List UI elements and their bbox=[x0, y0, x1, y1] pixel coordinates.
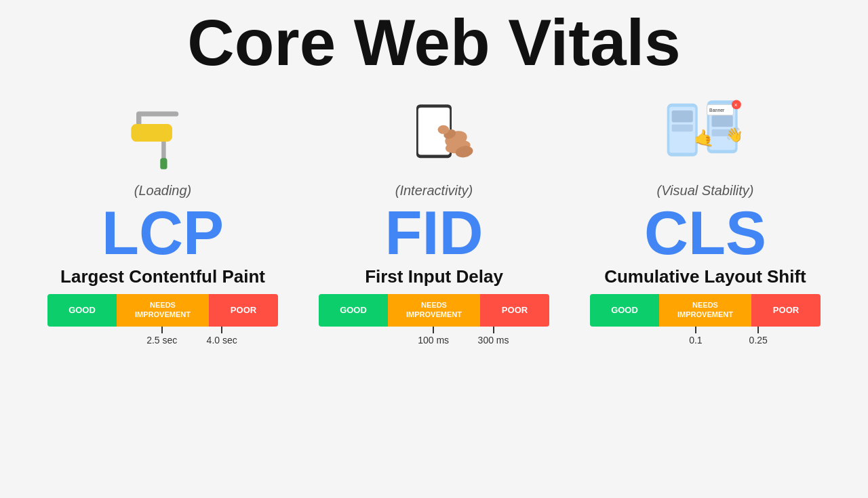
lcp-scale: GOOD NEEDSIMPROVEMENT POOR 2.5 sec 4.0 s… bbox=[47, 294, 278, 347]
fid-acronym: FID bbox=[385, 203, 484, 264]
fid-markers: 100 ms 300 ms bbox=[319, 327, 549, 347]
cls-marker1: 0.1 bbox=[689, 327, 702, 346]
metric-card-cls: Banner × 🤙 👋 (Visual Stability) CLS Cumu… bbox=[570, 85, 841, 347]
lcp-icon bbox=[119, 85, 207, 180]
fid-marker1: 100 ms bbox=[418, 327, 449, 346]
svg-text:👋: 👋 bbox=[726, 126, 743, 144]
cls-needs: NEEDSIMPROVEMENT bbox=[659, 294, 751, 327]
cls-marker2: 0.25 bbox=[749, 327, 768, 346]
metrics-container: (Loading) LCP Largest Contentful Paint G… bbox=[0, 85, 868, 347]
cls-name: Cumulative Layout Shift bbox=[604, 266, 806, 287]
svg-text:🤙: 🤙 bbox=[694, 127, 715, 148]
metric-card-fid: (Interactivity) FID First Input Delay GO… bbox=[298, 85, 570, 347]
lcp-needs: NEEDSIMPROVEMENT bbox=[117, 294, 209, 327]
svg-rect-19 bbox=[712, 115, 733, 127]
lcp-marker1: 2.5 sec bbox=[146, 327, 177, 346]
lcp-marker2: 4.0 sec bbox=[207, 327, 237, 346]
page-title: Core Web Vitals bbox=[187, 7, 680, 79]
svg-rect-5 bbox=[160, 158, 167, 169]
lcp-good: GOOD bbox=[47, 294, 117, 327]
svg-rect-1 bbox=[138, 111, 178, 116]
fid-needs: NEEDSIMPROVEMENT bbox=[388, 294, 480, 327]
lcp-name: Largest Contentful Paint bbox=[60, 266, 265, 287]
svg-rect-15 bbox=[672, 110, 693, 122]
svg-rect-16 bbox=[672, 124, 693, 131]
lcp-poor: POOR bbox=[209, 294, 278, 327]
fid-scale: GOOD NEEDSIMPROVEMENT POOR 100 ms 300 ms bbox=[319, 294, 549, 347]
fid-icon bbox=[390, 85, 478, 180]
fid-subtitle: (Interactivity) bbox=[395, 183, 473, 199]
fid-scale-bar: GOOD NEEDSIMPROVEMENT POOR bbox=[319, 294, 549, 327]
fid-marker2: 300 ms bbox=[478, 327, 509, 346]
fid-name: First Input Delay bbox=[365, 266, 503, 287]
lcp-subtitle: (Loading) bbox=[134, 183, 192, 199]
cls-icon: Banner × 🤙 👋 bbox=[661, 85, 749, 180]
cls-acronym: CLS bbox=[644, 203, 766, 264]
svg-text:Banner: Banner bbox=[709, 107, 725, 112]
cls-poor: POOR bbox=[751, 294, 821, 327]
svg-point-10 bbox=[438, 125, 450, 133]
cls-markers: 0.1 0.25 bbox=[590, 327, 821, 347]
lcp-markers: 2.5 sec 4.0 sec bbox=[47, 327, 278, 347]
fid-good: GOOD bbox=[319, 294, 388, 327]
lcp-acronym: LCP bbox=[102, 203, 224, 264]
fid-poor: POOR bbox=[480, 294, 549, 327]
svg-text:×: × bbox=[734, 101, 737, 108]
lcp-scale-bar: GOOD NEEDSIMPROVEMENT POOR bbox=[47, 294, 278, 327]
svg-rect-4 bbox=[132, 124, 172, 142]
cls-good: GOOD bbox=[590, 294, 659, 327]
cls-scale: GOOD NEEDSIMPROVEMENT POOR 0.1 0.25 bbox=[590, 294, 821, 347]
metric-card-lcp: (Loading) LCP Largest Contentful Paint G… bbox=[27, 85, 298, 347]
cls-subtitle: (Visual Stability) bbox=[656, 183, 753, 199]
cls-scale-bar: GOOD NEEDSIMPROVEMENT POOR bbox=[590, 294, 821, 327]
